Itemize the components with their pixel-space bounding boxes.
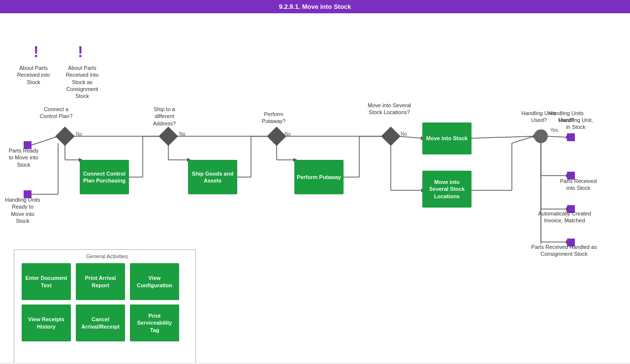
- svg-line-36: [512, 136, 534, 143]
- gateway-4-label: Move into Several Stock Locations?: [367, 102, 411, 116]
- diagram-area: ! About Parts Received into Stock ! Abou…: [0, 13, 630, 363]
- btn-view-configuration[interactable]: View Configuration: [130, 263, 179, 300]
- gateway-3: [267, 126, 286, 146]
- gateway-1: [55, 126, 75, 146]
- btn-view-receipts-history[interactable]: View Receipts History: [22, 304, 71, 341]
- btn-print-arrival-report[interactable]: Print Arrival Report: [76, 263, 125, 300]
- gateway-5-circle: [534, 129, 548, 143]
- green-box-connect-control-plan[interactable]: Connect Control Plan Purchasing: [80, 160, 129, 194]
- btn-enter-document-text[interactable]: Enter Document Text: [22, 263, 71, 300]
- svg-line-0: [32, 136, 58, 145]
- green-box-ship-goods[interactable]: Ship Goods and Assets: [188, 160, 237, 194]
- btn-cancel-arrival-receipt[interactable]: Cancel Arrival/Receipt: [76, 304, 125, 341]
- title-bar: 9.2.9.1. Move into Stock: [0, 0, 630, 13]
- purple-label-4: Parts Received into Stock: [556, 178, 600, 192]
- btn-print-serviceability-tag[interactable]: Print Serviceability Tag: [130, 304, 179, 341]
- gateway-3-label: Perform Putaway?: [254, 111, 293, 125]
- gateway-2-label: Ship to a different Address?: [145, 106, 184, 127]
- no-label-4: No: [401, 131, 407, 137]
- green-box-move-several-locations[interactable]: Move into Several Stock Locations: [422, 171, 472, 208]
- general-activities-label: General Activities: [86, 253, 128, 259]
- exclaim-icon-2: !: [78, 43, 83, 61]
- purple-label-handinstock: Handling Unit, in Stock: [556, 117, 596, 131]
- purple-label-2: Handling Units Ready to Move into Stock: [5, 196, 40, 224]
- purple-node-3: [567, 133, 575, 141]
- no-label-1: No: [76, 131, 82, 137]
- exclaim-icon-1: !: [33, 43, 39, 61]
- purple-label-5: Automatically Created Invoice, Matched: [533, 210, 597, 224]
- green-box-move-into-stock[interactable]: Move into Stock: [422, 122, 472, 154]
- exclaim-label-1: About Parts Received into Stock: [14, 64, 53, 86]
- gateway-4: [381, 126, 401, 146]
- purple-label-6: Parts Received Handled as Consignment St…: [525, 243, 603, 258]
- no-label-2: No: [179, 131, 186, 137]
- green-box-perform-putaway[interactable]: Perform Putaway: [294, 160, 344, 194]
- gateway-2: [158, 126, 178, 146]
- purple-label-1: Parts Ready to Move into Stock: [7, 147, 40, 168]
- exclaim-label-2: About Parts Received into Stock as Consi…: [60, 64, 104, 99]
- svg-line-32: [472, 136, 534, 138]
- no-label-3: No: [284, 131, 291, 137]
- svg-line-37: [548, 136, 567, 137]
- yes-label-1: Yes: [550, 127, 558, 133]
- gateway-1-label: Connect a Control Plan?: [36, 106, 76, 120]
